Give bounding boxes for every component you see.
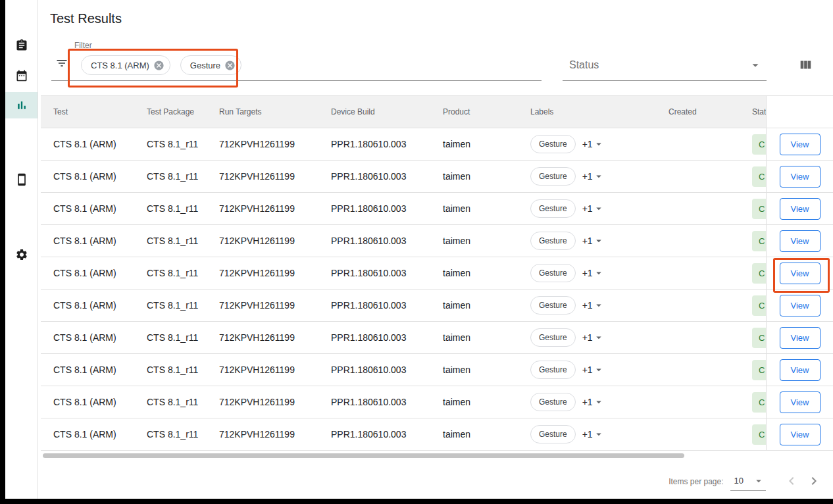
action-cell: View bbox=[767, 322, 833, 354]
view-button[interactable]: View bbox=[780, 391, 820, 413]
view-button[interactable]: View bbox=[780, 166, 820, 188]
cell-device-build: PPR1.180610.003 bbox=[331, 257, 443, 290]
cell-run-targets: 712KPVH1261199 bbox=[219, 354, 331, 386]
view-button[interactable]: View bbox=[780, 327, 820, 349]
next-page-button[interactable] bbox=[806, 473, 822, 491]
table-row: CTS 8.1 (ARM) CTS 8.1_r11 712KPVH1261199… bbox=[41, 225, 766, 257]
action-cell: View bbox=[767, 193, 833, 225]
cell-created bbox=[669, 418, 752, 451]
filter-button[interactable] bbox=[55, 57, 68, 72]
more-labels-dropdown[interactable]: +1 bbox=[582, 203, 605, 214]
chevron-down-icon bbox=[593, 396, 605, 408]
action-cell: View bbox=[767, 128, 833, 161]
more-labels-dropdown[interactable]: +1 bbox=[582, 267, 605, 279]
column-header-labels: Labels bbox=[530, 96, 669, 128]
view-button[interactable]: View bbox=[780, 424, 820, 445]
more-labels-count: +1 bbox=[582, 236, 593, 246]
column-header-created: Created bbox=[669, 96, 752, 128]
cell-run-targets: 712KPVH1261199 bbox=[219, 161, 331, 193]
chip-remove-icon[interactable] bbox=[224, 60, 236, 71]
status-badge: C bbox=[752, 134, 766, 155]
chevron-down-icon bbox=[593, 170, 605, 182]
label-chip: Gesture bbox=[530, 167, 576, 186]
view-button[interactable]: View bbox=[780, 359, 820, 381]
more-labels-dropdown[interactable]: +1 bbox=[582, 332, 605, 343]
chevron-left-icon bbox=[784, 473, 799, 489]
cell-status: C bbox=[752, 128, 766, 161]
cell-test-package: CTS 8.1_r11 bbox=[147, 257, 219, 290]
view-button[interactable]: View bbox=[780, 198, 820, 220]
cell-status: C bbox=[752, 225, 766, 257]
cell-product: taimen bbox=[443, 354, 530, 386]
cell-labels: Gesture +1 bbox=[530, 161, 669, 193]
more-labels-count: +1 bbox=[582, 429, 593, 440]
more-labels-dropdown[interactable]: +1 bbox=[582, 138, 605, 150]
table-row: CTS 8.1 (ARM) CTS 8.1_r11 712KPVH1261199… bbox=[41, 161, 766, 193]
table-row: CTS 8.1 (ARM) CTS 8.1_r11 712KPVH1261199… bbox=[41, 322, 766, 354]
table-row: CTS 8.1 (ARM) CTS 8.1_r11 712KPVH1261199… bbox=[41, 290, 766, 322]
column-header-test: Test bbox=[41, 96, 147, 128]
previous-page-button[interactable] bbox=[784, 473, 799, 491]
label-chip: Gesture bbox=[530, 199, 576, 218]
horizontal-scrollbar-thumb[interactable] bbox=[43, 453, 684, 458]
cell-device-build: PPR1.180610.003 bbox=[331, 193, 443, 225]
more-labels-dropdown[interactable]: +1 bbox=[582, 299, 605, 311]
chevron-down-icon bbox=[593, 299, 605, 311]
table-row: CTS 8.1 (ARM) CTS 8.1_r11 712KPVH1261199… bbox=[41, 354, 766, 386]
sidebar-item-devices[interactable] bbox=[5, 166, 38, 193]
cell-test: CTS 8.1 (ARM) bbox=[41, 257, 147, 290]
cell-status: C bbox=[752, 354, 766, 386]
table-scroll-region: Test Test Package Run Targets Device Bui… bbox=[41, 96, 766, 451]
view-button[interactable]: View bbox=[780, 230, 820, 252]
cell-labels: Gesture +1 bbox=[530, 193, 669, 225]
cell-device-build: PPR1.180610.003 bbox=[331, 161, 443, 193]
cell-test-package: CTS 8.1_r11 bbox=[147, 290, 219, 322]
column-settings-button[interactable] bbox=[798, 58, 813, 74]
more-labels-count: +1 bbox=[582, 397, 593, 407]
more-labels-dropdown[interactable]: +1 bbox=[582, 428, 605, 440]
cell-labels: Gesture +1 bbox=[530, 418, 669, 451]
filter-chip[interactable]: CTS 8.1 (ARM) bbox=[81, 55, 170, 75]
more-labels-dropdown[interactable]: +1 bbox=[582, 396, 605, 408]
cell-created bbox=[669, 161, 752, 193]
cell-status: C bbox=[752, 161, 766, 193]
label-chip: Gesture bbox=[530, 296, 576, 315]
calendar-icon bbox=[15, 69, 28, 82]
status-filter-dropdown[interactable]: Status bbox=[563, 55, 767, 76]
more-labels-count: +1 bbox=[582, 300, 593, 311]
status-badge: C bbox=[752, 392, 766, 413]
filter-chip-label: CTS 8.1 (ARM) bbox=[91, 61, 149, 70]
sidebar-item-settings[interactable] bbox=[5, 241, 38, 268]
more-labels-dropdown[interactable]: +1 bbox=[582, 364, 605, 376]
cell-test: CTS 8.1 (ARM) bbox=[41, 193, 147, 225]
label-chip: Gesture bbox=[530, 361, 576, 379]
cell-product: taimen bbox=[443, 225, 530, 257]
chevron-down-icon bbox=[748, 58, 763, 72]
status-badge: C bbox=[752, 424, 766, 445]
chip-remove-icon[interactable] bbox=[153, 60, 164, 71]
cell-test: CTS 8.1 (ARM) bbox=[41, 225, 147, 257]
cell-product: taimen bbox=[443, 386, 530, 418]
label-chip: Gesture bbox=[530, 328, 576, 347]
page-size-select[interactable]: 10 bbox=[730, 473, 766, 491]
status-filter-placeholder: Status bbox=[563, 59, 599, 71]
filter-chip[interactable]: Gesture bbox=[180, 55, 241, 75]
cell-status: C bbox=[752, 257, 766, 290]
actions-column: View View View View View bbox=[766, 96, 833, 451]
more-labels-count: +1 bbox=[582, 365, 593, 375]
view-button[interactable]: View bbox=[780, 263, 820, 284]
label-chip: Gesture bbox=[530, 232, 576, 250]
cell-status: C bbox=[752, 193, 766, 225]
view-button[interactable]: View bbox=[780, 134, 820, 155]
chevron-right-icon bbox=[806, 473, 822, 489]
page-header: Test Results bbox=[38, 0, 833, 38]
view-button[interactable]: View bbox=[780, 295, 820, 316]
more-labels-count: +1 bbox=[582, 139, 593, 149]
status-dropdown-underline bbox=[563, 80, 767, 81]
more-labels-dropdown[interactable]: +1 bbox=[582, 170, 605, 182]
more-labels-dropdown[interactable]: +1 bbox=[582, 235, 605, 247]
sidebar-item-schedule[interactable] bbox=[5, 63, 38, 89]
sidebar-item-tests[interactable] bbox=[5, 32, 38, 59]
sidebar-item-test-results[interactable] bbox=[5, 92, 38, 118]
cell-test-package: CTS 8.1_r11 bbox=[147, 225, 219, 257]
